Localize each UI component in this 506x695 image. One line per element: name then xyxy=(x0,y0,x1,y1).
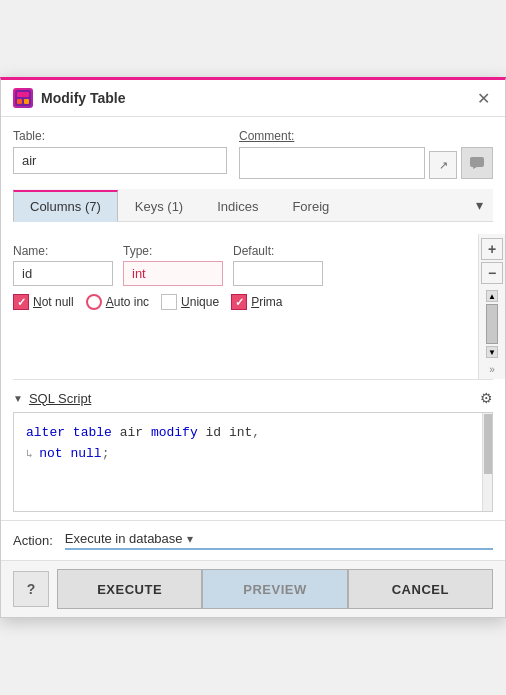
name-label: Name: xyxy=(13,244,113,258)
execute-button[interactable]: EXECUTE xyxy=(57,569,202,609)
title-bar: Modify Table ✕ xyxy=(1,80,505,117)
default-input[interactable] xyxy=(233,261,323,286)
sql-col-name: id xyxy=(206,425,222,440)
kw-null: null xyxy=(70,446,101,461)
kw-table: table xyxy=(73,425,112,440)
comment-group: Comment: ↗ xyxy=(239,129,493,179)
not-null-check: ✓ xyxy=(17,296,26,309)
close-button[interactable]: ✕ xyxy=(473,88,493,108)
svg-rect-1 xyxy=(17,92,29,97)
fields-row: Name: Type: Default: xyxy=(13,244,466,286)
app-icon xyxy=(13,88,33,108)
top-form-row: Table: Comment: ↗ xyxy=(13,129,493,179)
table-group: Table: xyxy=(13,129,227,179)
modify-table-dialog: Modify Table ✕ Table: Comment: ↗ xyxy=(0,77,506,618)
primary-checkbox[interactable]: ✓ Prima xyxy=(231,294,282,310)
auto-inc-label: Auto inc xyxy=(106,295,149,309)
action-select-value: Execute in database xyxy=(65,531,183,546)
unique-label: Unique xyxy=(181,295,219,309)
primary-check: ✓ xyxy=(235,296,244,309)
not-null-box[interactable]: ✓ xyxy=(13,294,29,310)
kw-modify: modify xyxy=(151,425,198,440)
sql-header: ▼ SQL Script ⚙ xyxy=(13,390,493,406)
sql-table-name: air xyxy=(120,425,143,440)
primary-label: Prima xyxy=(251,295,282,309)
sql-title: SQL Script xyxy=(29,391,474,406)
dialog-content: Table: Comment: ↗ Colum xyxy=(1,117,505,234)
type-label: Type: xyxy=(123,244,223,258)
scroll-down-button[interactable]: ▼ xyxy=(486,346,498,358)
preview-button[interactable]: PREVIEW xyxy=(202,569,347,609)
auto-inc-checkbox[interactable]: Auto inc xyxy=(86,294,149,310)
right-panel: + − ▲ ▼ » xyxy=(478,234,505,379)
sql-comma: , xyxy=(252,425,260,440)
tab-indices[interactable]: Indices xyxy=(200,191,275,221)
action-label: Action: xyxy=(13,533,53,548)
sql-gear-icon[interactable]: ⚙ xyxy=(480,390,493,406)
name-field-group: Name: xyxy=(13,244,113,286)
cancel-button[interactable]: CANCEL xyxy=(348,569,493,609)
tab-columns[interactable]: Columns (7) xyxy=(13,190,118,222)
svg-rect-2 xyxy=(17,99,22,104)
scroll-up-button[interactable]: ▲ xyxy=(486,290,498,302)
unique-checkbox[interactable]: Unique xyxy=(161,294,219,310)
not-null-label: Not null xyxy=(33,295,74,309)
sql-editor[interactable]: alter table air modify id int, ↳ not nul… xyxy=(13,412,493,512)
scroll-thumb xyxy=(486,304,498,344)
primary-box[interactable]: ✓ xyxy=(231,294,247,310)
columns-content: Name: Type: Default: ✓ Not xyxy=(1,234,478,379)
comment-input[interactable] xyxy=(239,147,425,179)
action-select[interactable]: Execute in database ▾ xyxy=(65,531,493,550)
divider xyxy=(13,379,493,380)
dialog-title: Modify Table xyxy=(41,90,473,106)
kw-alter: alter xyxy=(26,425,65,440)
default-label: Default: xyxy=(233,244,323,258)
kw-not: not xyxy=(39,446,62,461)
checkboxes-row: ✓ Not null Auto inc Unique ✓ Prima xyxy=(13,294,466,310)
footer: ? EXECUTE PREVIEW CANCEL xyxy=(1,560,505,617)
chat-button[interactable] xyxy=(461,147,493,179)
comment-label: Comment: xyxy=(239,129,493,143)
sql-line-1: alter table air modify id int, xyxy=(26,423,480,444)
svg-rect-3 xyxy=(24,99,29,104)
comment-input-row: ↗ xyxy=(239,147,493,179)
sql-scrollbar xyxy=(482,413,492,511)
sql-hook: ↳ xyxy=(26,448,39,460)
table-label: Table: xyxy=(13,129,227,143)
not-null-checkbox[interactable]: ✓ Not null xyxy=(13,294,74,310)
add-column-button[interactable]: + xyxy=(481,238,503,260)
auto-inc-box[interactable] xyxy=(86,294,102,310)
sql-scroll-thumb xyxy=(484,414,492,474)
unique-box[interactable] xyxy=(161,294,177,310)
svg-rect-4 xyxy=(470,157,484,167)
tabs-more-button[interactable]: ▾ xyxy=(466,190,493,220)
sql-col-type: int xyxy=(229,425,252,440)
default-field-group: Default: xyxy=(233,244,323,286)
tab-keys[interactable]: Keys (1) xyxy=(118,191,200,221)
expand-right-button[interactable]: » xyxy=(489,364,495,375)
sql-semi: ; xyxy=(102,446,110,461)
help-button[interactable]: ? xyxy=(13,571,49,607)
tab-foreign[interactable]: Foreig xyxy=(275,191,346,221)
expand-button[interactable]: ↗ xyxy=(429,151,457,179)
name-input[interactable] xyxy=(13,261,113,286)
sql-section: ▼ SQL Script ⚙ alter table air modify id… xyxy=(13,390,493,512)
table-input[interactable] xyxy=(13,147,227,174)
sql-toggle[interactable]: ▼ xyxy=(13,393,23,404)
sql-line-2: ↳ not null; xyxy=(26,444,480,465)
action-dropdown-icon: ▾ xyxy=(187,532,193,546)
type-input[interactable] xyxy=(123,261,223,286)
tabs-container: Columns (7) Keys (1) Indices Foreig ▾ xyxy=(13,189,493,222)
type-field-group: Type: xyxy=(123,244,223,286)
remove-column-button[interactable]: − xyxy=(481,262,503,284)
action-bar: Action: Execute in database ▾ xyxy=(1,520,505,560)
columns-panel: Name: Type: Default: ✓ Not xyxy=(1,234,505,379)
